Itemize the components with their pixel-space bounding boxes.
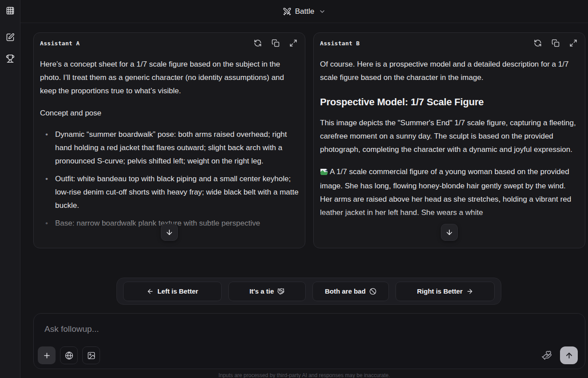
page-title: Battle (295, 7, 314, 16)
both-are-bad-button[interactable]: Both are bad (312, 282, 389, 301)
paragraph: Of course. Here is a prospective model a… (320, 58, 579, 84)
regenerate-icon[interactable] (253, 39, 262, 48)
leaderboard-trophy-icon[interactable] (5, 53, 16, 64)
right-is-better-button[interactable]: Right is Better (396, 282, 495, 301)
assistant-a-header: Assistant A (34, 33, 305, 53)
mode-selector[interactable]: Battle (283, 7, 326, 16)
assistant-b-header: Assistant B (314, 33, 585, 53)
list-item: Outfit: white bandeau top with black pip… (40, 172, 299, 212)
assistant-a-panel: Assistant A (33, 32, 305, 248)
paragraph: Concept and pose (40, 107, 299, 120)
bullet-list: Dynamic “summer boardwalk” pose: both ar… (40, 128, 299, 230)
assistant-b-title: Assistant B (320, 40, 360, 47)
section-heading: Prospective Model: 1/7 Scale Figure (320, 96, 579, 108)
sidebar (0, 0, 20, 378)
composer-toolbar (38, 346, 578, 364)
paragraph: Here’s a concept sheet for a 1/7 scale f… (40, 58, 299, 98)
arrow-down-icon (165, 228, 173, 236)
web-search-button[interactable] (60, 346, 78, 364)
globe-icon (65, 351, 73, 360)
tie-button[interactable]: It's a tie (228, 282, 305, 301)
apps-grid-icon[interactable] (5, 5, 16, 16)
handshake-icon (277, 288, 284, 295)
assistant-a-title: Assistant A (40, 40, 80, 47)
scroll-to-bottom-button[interactable] (161, 224, 178, 241)
followup-composer[interactable]: Ask followup... (33, 313, 585, 369)
new-chat-icon[interactable] (5, 32, 16, 43)
image-upload-button[interactable] (82, 346, 100, 364)
crossed-swords-icon (283, 7, 292, 16)
followup-input[interactable]: Ask followup... (44, 324, 99, 334)
broken-image-alt-text: A 1/7 scale commercial figure of a young… (320, 165, 579, 219)
attach-plus-button[interactable] (38, 346, 56, 364)
expand-icon[interactable] (289, 39, 298, 48)
arrow-down-icon (445, 228, 453, 236)
send-button[interactable] (560, 346, 578, 364)
expand-icon[interactable] (569, 39, 578, 48)
top-bar: Battle (20, 0, 588, 23)
ai-disclaimer: Inputs are processed by third-party AI a… (20, 372, 588, 378)
vote-bar: Left is Better It's a tie Both are bad R… (116, 278, 501, 305)
copy-icon[interactable] (271, 39, 280, 48)
copy-icon[interactable] (551, 39, 560, 48)
battle-page: Battle Assistant A (0, 0, 588, 378)
list-item: Dynamic “summer boardwalk” pose: both ar… (40, 128, 299, 168)
broken-image-icon (320, 166, 328, 179)
scroll-to-bottom-button[interactable] (441, 224, 458, 241)
left-is-better-button[interactable]: Left is Better (123, 282, 222, 301)
arrow-right-icon (466, 288, 473, 295)
image-icon (87, 351, 96, 360)
paragraph: This image depicts the "Summer's End" 1/… (320, 116, 579, 156)
plus-icon (43, 351, 51, 360)
regenerate-icon[interactable] (533, 39, 542, 48)
ban-icon (369, 288, 376, 295)
assistant-a-response[interactable]: Here’s a concept sheet for a 1/7 scale f… (34, 53, 305, 230)
assistant-b-response[interactable]: Of course. Here is a prospective model a… (314, 53, 585, 219)
chevron-down-icon (319, 8, 326, 15)
hand-heart-icon[interactable] (541, 350, 552, 361)
arrow-left-icon (147, 288, 154, 295)
arrow-up-icon (565, 351, 573, 360)
assistant-b-panel: Assistant B (313, 32, 585, 248)
